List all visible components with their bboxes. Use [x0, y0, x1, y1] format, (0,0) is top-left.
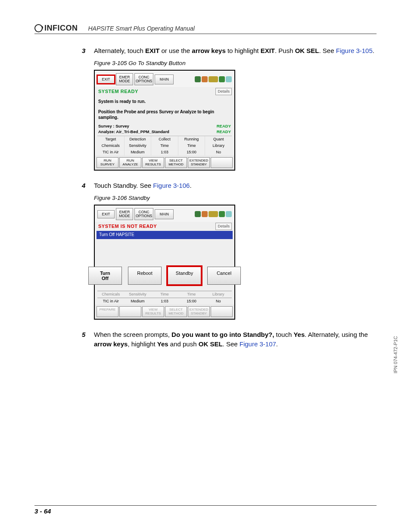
blank-button-2: [211, 306, 233, 317]
ss1-table: Target Detection Collect Running Quant C…: [97, 136, 232, 156]
run-analyze-button[interactable]: RUN ANALYZE: [119, 157, 141, 168]
extended-standby-button: EXTENDED STANDBY: [188, 306, 210, 317]
step-body: Touch Standby. See Figure 3-106.: [94, 181, 377, 190]
extended-standby-button[interactable]: EXTENDED STANDBY: [188, 157, 210, 168]
conc-options-button[interactable]: CONC OPTIONS: [134, 208, 153, 220]
modal-button-row: Turn Off Reboot Standby Cancel: [95, 265, 234, 291]
battery-icon: [209, 76, 218, 82]
ss2-partial-row0: Chemicals Sensitivity Time Time Library: [97, 291, 232, 298]
figure-caption-106: Figure 3-106 Standby: [94, 194, 377, 202]
turn-off-button[interactable]: Turn Off: [88, 267, 122, 285]
emer-mode-button[interactable]: EMER MODE: [116, 73, 133, 85]
reboot-button[interactable]: Reboot: [128, 267, 162, 285]
link-figure-3-105[interactable]: Figure 3-105: [336, 47, 373, 54]
prepare-button: PREPARE: [97, 306, 118, 317]
modal-title: Turn Off HAPSITE: [97, 231, 233, 239]
run-survey-button[interactable]: RUN SURVEY: [97, 157, 118, 168]
blank-button: [211, 157, 233, 168]
main-button[interactable]: MAIN: [155, 75, 174, 84]
help-icon[interactable]: [195, 211, 201, 217]
conc-options-button[interactable]: CONC OPTIONS: [134, 73, 153, 85]
screenshot-figure-106: EXIT EMER MODE CONC OPTIONS MAIN SYSTEM …: [94, 205, 235, 319]
system-not-ready-label: SYSTEM IS NOT READY: [98, 223, 157, 230]
globe-icon: [226, 211, 232, 217]
ss2-toolbar: EXIT EMER MODE CONC OPTIONS MAIN: [95, 205, 234, 222]
view-results-button: VIEW RESULTS: [142, 306, 164, 317]
blank-button: [119, 306, 141, 317]
toolbar-icons: [195, 211, 232, 217]
step-body: When the screen prompts, Do you want to …: [94, 330, 377, 349]
step-number: 4: [82, 181, 94, 190]
ss1-analyze-row: Analyze: Air_Tri-Bed_PPM_Standard READY: [95, 129, 234, 135]
system-ready-label: SYSTEM READY: [98, 88, 138, 95]
page-header: INFICON HAPSITE Smart Plus Operating Man…: [34, 24, 377, 34]
step-5: 5 When the screen prompts, Do you want t…: [82, 330, 377, 349]
exit-button[interactable]: EXIT: [97, 210, 115, 218]
battery-icon: [209, 211, 218, 217]
page-number: 3 - 64: [34, 505, 377, 515]
ss2-bottom-bar: PREPARE VIEW RESULTS SELECT METHOD EXTEN…: [95, 305, 234, 319]
cancel-button[interactable]: Cancel: [207, 267, 241, 285]
step-number: 3: [82, 46, 94, 56]
exit-button[interactable]: EXIT: [97, 75, 115, 84]
details-button[interactable]: Details: [215, 88, 232, 95]
ss1-toolbar: EXIT EMER MODE CONC OPTIONS MAIN: [95, 71, 234, 87]
ss1-status-row: SYSTEM READY Details: [95, 87, 234, 96]
info-icon[interactable]: [202, 76, 208, 82]
select-method-button[interactable]: SELECT METHOD: [165, 157, 187, 168]
view-results-button[interactable]: VIEW RESULTS: [142, 157, 164, 168]
status-icon: [219, 211, 225, 217]
step-3: 3 Alternately, touch EXIT or use the arr…: [82, 46, 377, 56]
info-icon[interactable]: [202, 211, 208, 217]
ss1-survey-row: Survey : Survey READY: [95, 122, 234, 129]
step-body: Alternately, touch EXIT or use the arrow…: [94, 46, 377, 56]
help-icon[interactable]: [195, 76, 201, 82]
turn-off-modal: Turn Off HAPSITE Turn Off Reboot Standby…: [95, 231, 234, 291]
toolbar-icons: [195, 76, 232, 82]
document-ipn: IPN 074-472-P1C: [393, 336, 398, 373]
brand-text: INFICON: [44, 24, 78, 33]
globe-icon: [226, 76, 232, 82]
status-icon: [219, 76, 225, 82]
logo-icon: [34, 24, 43, 32]
figure-caption-105: Figure 3-105 Go To Standby Button: [94, 59, 377, 68]
standby-button[interactable]: Standby: [168, 267, 201, 285]
ss1-bottom-bar: RUN SURVEY RUN ANALYZE VIEW RESULTS SELE…: [95, 156, 234, 170]
manual-title: HAPSITE Smart Plus Operating Manual: [88, 25, 195, 32]
brand-logo: INFICON: [34, 24, 78, 33]
step-number: 5: [82, 330, 94, 349]
emer-mode-button[interactable]: EMER MODE: [116, 208, 133, 220]
link-figure-3-107[interactable]: Figure 3-107: [240, 340, 276, 348]
screenshot-figure-105: EXIT EMER MODE CONC OPTIONS MAIN SYSTEM …: [94, 70, 235, 171]
ss1-body: System is ready to run. Position the Pro…: [95, 96, 234, 122]
step-4: 4 Touch Standby. See Figure 3-106.: [82, 181, 377, 190]
link-figure-3-106[interactable]: Figure 3-106: [153, 182, 190, 189]
select-method-button: SELECT METHOD: [165, 306, 187, 317]
main-button[interactable]: MAIN: [155, 209, 174, 219]
ss2-partial-row1: TIC in Air Medium 1:03 15:00 No: [97, 298, 232, 305]
details-button[interactable]: Details: [215, 223, 232, 230]
ss2-status-row: SYSTEM IS NOT READY Details: [95, 222, 234, 231]
